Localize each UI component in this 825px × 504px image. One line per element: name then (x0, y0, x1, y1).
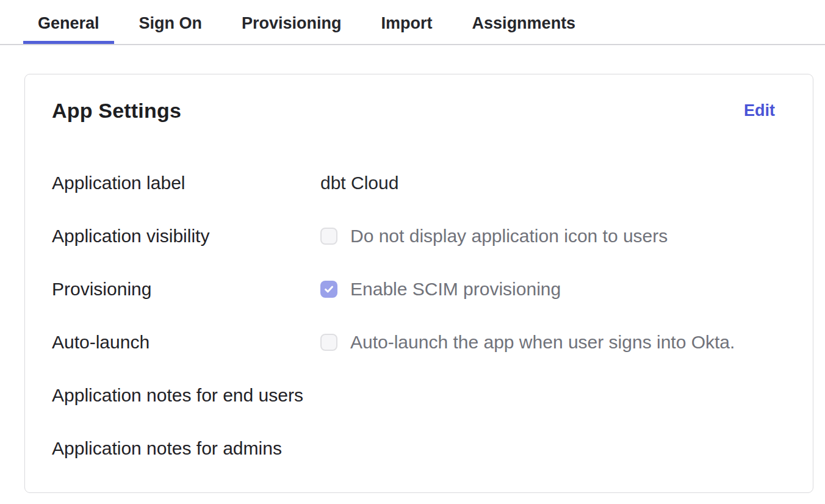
option-label-auto-launch: Auto-launch the app when user signs into… (350, 331, 735, 353)
edit-link[interactable]: Edit (744, 101, 775, 120)
app-settings-card: App Settings Edit Application label dbt … (24, 74, 813, 493)
field-label-application-visibility: Application visibility (52, 225, 320, 247)
tab-assignments[interactable]: Assignments (458, 13, 591, 44)
option-label-do-not-display-icon: Do not display application icon to users (350, 225, 668, 247)
tab-bar: General Sign On Provisioning Import Assi… (0, 0, 825, 45)
tab-import[interactable]: Import (367, 13, 447, 44)
tab-general[interactable]: General (23, 13, 114, 44)
field-label-auto-launch: Auto-launch (52, 331, 320, 353)
checkbox-enable-scim[interactable] (320, 281, 337, 298)
option-label-enable-scim: Enable SCIM provisioning (350, 278, 561, 300)
card-title: App Settings (52, 99, 181, 122)
field-label-notes-admins: Application notes for admins (52, 437, 320, 459)
field-value-application-label: dbt Cloud (320, 172, 398, 194)
field-label-provisioning: Provisioning (52, 278, 320, 300)
row-notes-admins: Application notes for admins (52, 437, 775, 459)
row-application-visibility: Application visibility Do not display ap… (52, 225, 775, 247)
application-visibility-check-group: Do not display application icon to users (320, 225, 668, 247)
card-header: App Settings Edit (52, 99, 775, 122)
tab-provisioning[interactable]: Provisioning (227, 13, 356, 44)
row-application-label: Application label dbt Cloud (52, 172, 775, 194)
checkbox-do-not-display-icon[interactable] (320, 228, 337, 245)
row-notes-end-users: Application notes for end users (52, 384, 775, 406)
field-label-application-label: Application label (52, 172, 320, 194)
row-provisioning: Provisioning Enable SCIM provisioning (52, 278, 775, 300)
checkmark-icon (323, 284, 334, 295)
field-label-notes-end-users: Application notes for end users (52, 384, 320, 406)
row-auto-launch: Auto-launch Auto-launch the app when use… (52, 331, 775, 353)
provisioning-check-group: Enable SCIM provisioning (320, 278, 561, 300)
auto-launch-check-group: Auto-launch the app when user signs into… (320, 331, 735, 353)
checkbox-auto-launch[interactable] (320, 334, 337, 351)
tab-sign-on[interactable]: Sign On (124, 13, 217, 44)
